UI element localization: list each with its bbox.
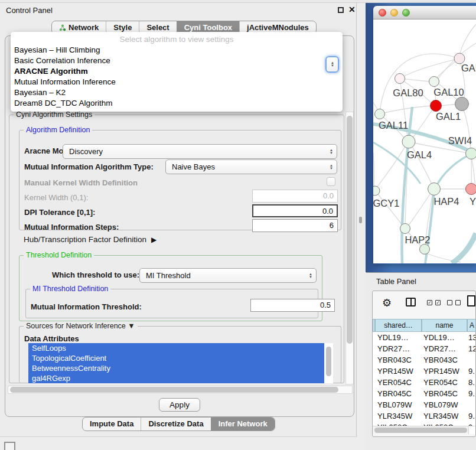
vertical-scroll-thumb[interactable] xyxy=(347,116,353,344)
algorithm-options-list: Bayesian – Hill ClimbingBasic Correlatio… xyxy=(11,45,343,109)
dpi-tolerance-field[interactable]: 0.0 xyxy=(252,204,338,217)
table-header-cell[interactable]: A xyxy=(467,319,476,332)
deselect-all-checkbox-icon[interactable] xyxy=(455,300,461,305)
network-canvas[interactable]: GALGAL80GAL10GAL1GAL11GAL4SWI4GCY1HAP4YH… xyxy=(373,19,476,263)
network-node-gal80[interactable] xyxy=(395,74,405,84)
table-row[interactable]: YER054CYER054C8. xyxy=(373,377,476,388)
algorithm-combobox-arrows[interactable] xyxy=(325,56,339,73)
table-header-cell[interactable]: name xyxy=(422,319,467,332)
network-node-gal4[interactable] xyxy=(402,135,415,148)
table-panel-title: Table Panel xyxy=(376,277,416,286)
network-node-gal10[interactable] xyxy=(429,77,439,87)
algorithm-definition-title: Algorithm Definition xyxy=(24,126,92,134)
network-node-gal1[interactable] xyxy=(431,100,442,112)
scrollbar-corner xyxy=(468,426,476,434)
float-window-icon[interactable] xyxy=(338,7,344,13)
column-layout-icon[interactable] xyxy=(406,298,416,306)
table-row[interactable]: YIL052CYIL052C9. xyxy=(373,422,476,426)
which-threshold-select[interactable]: MI Threshold xyxy=(139,268,317,283)
mi-type-select[interactable]: Naive Bayes xyxy=(165,159,337,174)
mi-threshold-title: MI Threshold Definition xyxy=(30,285,110,293)
network-node-gal11[interactable] xyxy=(375,109,385,119)
kernel-width-label: Kernel Width (0,1): xyxy=(24,193,88,202)
deselect-all-checkbox-icon[interactable] xyxy=(447,300,452,305)
algorithm-option[interactable]: Mutual Information Inference xyxy=(11,77,343,87)
zoom-window-icon[interactable] xyxy=(402,9,410,17)
table-cell: YPR145W xyxy=(423,366,459,377)
bottom-tab-infer-network[interactable]: Infer Network xyxy=(211,418,275,431)
mi-steps-field[interactable]: 6 xyxy=(252,219,338,232)
minimized-panel-icon[interactable] xyxy=(4,442,15,450)
table-cell: YIL052C xyxy=(423,422,454,426)
spinner-arrows-icon xyxy=(330,145,333,158)
settings-horizontal-scrollbar[interactable] xyxy=(8,386,353,394)
table-row[interactable]: YBR045CYBR045C9. xyxy=(373,388,476,399)
bottom-tab-impute-data[interactable]: Impute Data xyxy=(83,418,141,431)
table-row[interactable]: YDR27…YDR27…12 xyxy=(373,343,476,354)
panel-splitter-handle[interactable] xyxy=(359,217,362,223)
aracne-mode-select[interactable]: Discovery xyxy=(63,144,337,159)
attribute-item[interactable]: TopologicalCoefficient xyxy=(28,353,324,363)
table-row[interactable]: YPR145WYPR145W9. xyxy=(373,366,476,377)
attribute-item[interactable]: BetweennessCentrality xyxy=(28,363,324,373)
table-row[interactable]: YDL19…YDL19…13 xyxy=(373,332,476,343)
select-all-checkbox-icon[interactable] xyxy=(435,300,441,305)
apply-button[interactable]: Apply xyxy=(159,398,200,412)
which-threshold-value: MI Threshold xyxy=(146,271,191,280)
table-header-cell[interactable]: shared… xyxy=(375,319,422,332)
node-label-gal11: GAL11 xyxy=(379,120,408,131)
algorithm-option[interactable]: Dream8 DC_TDC Algorithm xyxy=(11,98,343,109)
algorithm-option[interactable]: ARACNE Algorithm xyxy=(11,66,343,77)
node-label-gal4: GAL4 xyxy=(407,149,432,160)
attributes-list-scrollbar[interactable] xyxy=(326,347,331,376)
algorithm-option[interactable]: Basic Correlation Inference xyxy=(11,56,343,66)
network-node[interactable] xyxy=(455,97,469,111)
hub-definition-expander[interactable]: Hub/Transcription Factor Definition▶ xyxy=(24,235,157,244)
table-row[interactable]: YLR345WYLR345W9. xyxy=(373,410,476,422)
settings-vertical-scrollbar[interactable] xyxy=(345,112,354,384)
network-node-hap4[interactable] xyxy=(428,183,441,195)
node-label-swi4: SWI4 xyxy=(448,135,472,146)
attribute-item[interactable]: SelfLoops xyxy=(28,343,324,353)
aracne-mode-value: Discovery xyxy=(69,147,103,156)
network-view-window[interactable]: GALGAL80GAL10GAL1GAL11GAL4SWI4GCY1HAP4YH… xyxy=(373,6,476,264)
table-row[interactable]: YBR043CYBR043C xyxy=(373,354,476,366)
table-cell: YER054C xyxy=(377,377,412,388)
select-all-checkbox-icon[interactable] xyxy=(427,300,432,305)
table-hscroll-thumb[interactable] xyxy=(374,428,467,433)
table-cell: 13 xyxy=(468,332,476,343)
network-node-gcy1[interactable] xyxy=(373,186,380,195)
table-cell: YBR045C xyxy=(423,388,458,399)
table-row[interactable]: YBL079WYBL079W xyxy=(373,399,476,410)
mi-type-label: Mutual Information Algorithm Type: xyxy=(24,162,154,171)
close-window-icon[interactable] xyxy=(379,9,386,17)
network-node-hap2[interactable] xyxy=(400,224,410,234)
node-label-gal80: GAL80 xyxy=(393,87,423,98)
node-label-gal: GAL xyxy=(461,63,476,73)
bottom-tab-discretize-data[interactable]: Discretize Data xyxy=(141,418,210,431)
table-cell: 9. xyxy=(468,422,475,426)
sources-title[interactable]: Sources for Network Inference ▼ xyxy=(24,322,138,330)
panel-title: Control Panel xyxy=(6,6,53,15)
close-panel-icon[interactable]: ✕ xyxy=(348,5,356,14)
table-horizontal-scrollbar[interactable] xyxy=(373,426,476,433)
network-node[interactable] xyxy=(420,244,430,255)
mi-type-value: Naive Bayes xyxy=(172,162,215,171)
network-graph[interactable]: GALGAL80GAL10GAL1GAL11GAL4SWI4GCY1HAP4YH… xyxy=(373,19,476,263)
export-table-icon[interactable] xyxy=(467,295,475,306)
table-toolbar: ⚙ xyxy=(373,291,476,319)
table-cell: 12 xyxy=(468,343,476,354)
mi-threshold-field[interactable]: 0.5 xyxy=(250,299,335,312)
network-node-swi4[interactable] xyxy=(466,148,476,159)
manual-kernel-checkbox[interactable] xyxy=(327,177,335,186)
algorithm-option[interactable]: Bayesian – K2 xyxy=(11,87,343,98)
network-node-y[interactable] xyxy=(466,184,476,195)
algorithm-option[interactable]: Bayesian – Hill Climbing xyxy=(11,45,343,56)
horizontal-scroll-thumb[interactable] xyxy=(10,387,338,393)
data-attributes-list[interactable]: SelfLoopsTopologicalCoefficientBetweenne… xyxy=(28,343,333,383)
table-settings-gear-icon[interactable]: ⚙ xyxy=(382,296,392,309)
window-titlebar[interactable] xyxy=(373,6,476,19)
cyni-settings-group: Cyni Algorithm Settings Algorithm Defini… xyxy=(9,115,344,383)
minimize-window-icon[interactable] xyxy=(390,9,398,17)
attribute-item[interactable]: gal4RGexp xyxy=(28,373,324,383)
